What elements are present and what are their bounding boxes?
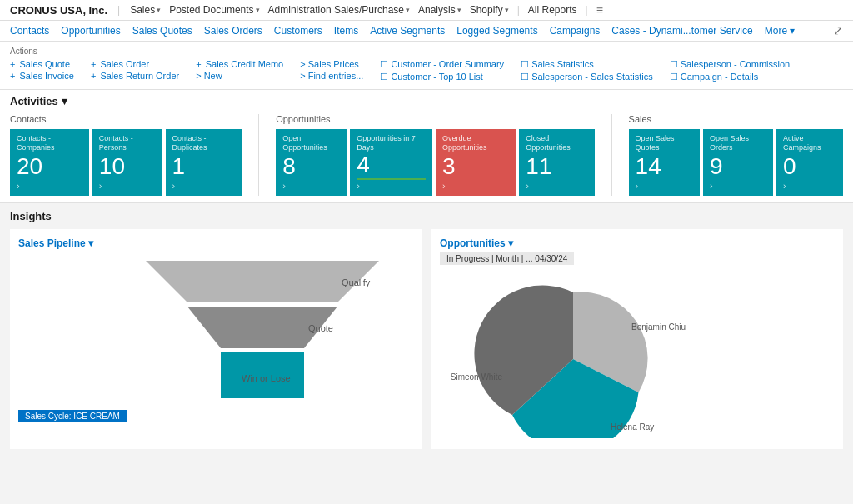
- tile-label: Contacts - Duplicates: [172, 134, 236, 152]
- action-sales-invoice[interactable]: + Sales Invoice: [10, 71, 74, 81]
- hamburger-menu[interactable]: ≡: [596, 3, 603, 17]
- nav-analysis[interactable]: Analysis ▾: [418, 4, 461, 16]
- nav-sales[interactable]: Sales ▾: [130, 4, 161, 16]
- activities-header[interactable]: Activities ▾: [10, 95, 843, 107]
- chevron-down-icon: ▾: [505, 6, 509, 14]
- action-sales-prices[interactable]: > Sales Prices: [300, 59, 363, 69]
- funnel-label-qualify: Qualify: [342, 277, 371, 287]
- nav-opportunities[interactable]: Opportunities: [61, 25, 120, 37]
- tile-value: 10: [99, 155, 156, 178]
- sales-pipeline-title[interactable]: Sales Pipeline ▾: [18, 237, 413, 249]
- contacts-group: Contacts Contacts - Companies 20 › Conta…: [10, 114, 242, 196]
- chevron-down-icon: ▾: [457, 6, 461, 14]
- tile-label: Opportunities in 7 Days: [357, 134, 426, 152]
- chevron-down-icon: ▾: [406, 6, 410, 14]
- sales-group-label: Sales: [629, 114, 843, 124]
- actions-col-1: + Sales Quote + Sales Invoice: [10, 59, 74, 82]
- tile-arrow: ›: [442, 181, 509, 191]
- nav-sales-quotes[interactable]: Sales Quotes: [132, 25, 192, 37]
- tile-label: Closed Opportunities: [526, 134, 587, 152]
- tile-open-sales-orders[interactable]: Open Sales Orders 9 ›: [703, 129, 773, 196]
- chevron-down-icon: ▾: [508, 237, 513, 249]
- actions-col-2: + Sales Order + Sales Return Order: [91, 59, 179, 82]
- tile-contacts-persons[interactable]: Contacts - Persons 10 ›: [92, 129, 162, 196]
- nav-shopify[interactable]: Shopify ▾: [470, 4, 509, 16]
- nav-contacts[interactable]: Contacts: [10, 25, 49, 37]
- nav-campaigns[interactable]: Campaigns: [550, 25, 601, 37]
- tile-value: 4: [357, 153, 426, 180]
- opportunities-group-label: Opportunities: [276, 114, 595, 124]
- actions-col-3: + Sales Credit Memo > New: [196, 59, 283, 82]
- pie-chart: Benjamin Chiu Simeon White Helena Ray: [440, 272, 706, 438]
- action-sales-quote[interactable]: + Sales Quote: [10, 59, 74, 69]
- chevron-down-icon: ▾: [157, 6, 161, 14]
- opportunities-tiles: Open Opportunities 8 › Opportunities in …: [276, 129, 595, 196]
- activities-section: Activities ▾ Contacts Contacts - Compani…: [0, 90, 853, 203]
- action-sales-statistics[interactable]: ☐ Sales Statistics: [521, 59, 653, 70]
- tile-active-campaigns[interactable]: Active Campaigns 0 ›: [776, 129, 843, 196]
- tile-contacts-companies[interactable]: Contacts - Companies 20 ›: [10, 129, 89, 196]
- pie-label-simeon: Simeon White: [451, 372, 503, 382]
- tile-label: Active Campaigns: [783, 134, 836, 152]
- tile-arrow: ›: [172, 181, 236, 191]
- actions-col-7: ☐ Salesperson - Commission ☐ Campaign - …: [670, 59, 791, 82]
- nav-cases[interactable]: Cases - Dynami...tomer Service: [611, 25, 752, 37]
- sales-pipeline-filter[interactable]: Sales Cycle: ICE CREAM: [18, 410, 127, 422]
- nav-customers[interactable]: Customers: [274, 25, 322, 37]
- sales-tiles: Open Sales Quotes 14 › Open Sales Orders…: [629, 129, 843, 196]
- pie-label-helena: Helena Ray: [611, 422, 654, 432]
- action-salesperson-commission[interactable]: ☐ Salesperson - Commission: [670, 59, 791, 70]
- tile-arrow: ›: [17, 181, 82, 191]
- tile-contacts-duplicates[interactable]: Contacts - Duplicates 1 ›: [166, 129, 242, 196]
- expand-icon[interactable]: ⤢: [833, 24, 843, 37]
- insights-label: Insights: [10, 210, 843, 222]
- tile-value: 14: [636, 155, 693, 178]
- nav-more[interactable]: More ▾: [765, 25, 796, 37]
- action-salesperson-sales-statistics[interactable]: ☐ Salesperson - Sales Statistics: [521, 72, 653, 82]
- activities-title: Activities: [10, 95, 58, 107]
- top-nav-items: Sales ▾ Posted Documents ▾ Administratio…: [130, 3, 603, 17]
- tile-arrow: ›: [99, 181, 156, 191]
- company-name[interactable]: CRONUS USA, Inc.: [10, 4, 107, 17]
- insights-section: Insights Sales Pipeline ▾ Sales Cycle: I…: [0, 203, 853, 456]
- funnel-label-winorlose: Win or Lose: [242, 373, 291, 383]
- group-separator: [258, 114, 259, 196]
- nav-items[interactable]: Items: [334, 25, 358, 37]
- chevron-down-icon: ▾: [88, 237, 93, 249]
- funnel-label-quote: Quote: [308, 323, 333, 333]
- tile-label: Open Opportunities: [282, 134, 340, 152]
- action-find-entries[interactable]: > Find entries...: [300, 71, 363, 81]
- insights-grid: Sales Pipeline ▾ Sales Cycle: ICE CREAM …: [10, 229, 843, 449]
- nav-all-reports[interactable]: All Reports: [528, 4, 577, 16]
- tile-open-opportunities[interactable]: Open Opportunities 8 ›: [276, 129, 347, 196]
- actions-col-6: ☐ Sales Statistics ☐ Salesperson - Sales…: [521, 59, 653, 82]
- opportunities-title[interactable]: Opportunities ▾: [440, 237, 835, 249]
- nav-active-segments[interactable]: Active Segments: [370, 25, 445, 37]
- action-new[interactable]: > New: [196, 71, 283, 81]
- opportunities-filter[interactable]: In Progress | Month | ... 04/30/24: [440, 252, 574, 265]
- tile-closed-opportunities[interactable]: Closed Opportunities 11 ›: [519, 129, 594, 196]
- tile-label: Contacts - Persons: [99, 134, 156, 152]
- tile-open-sales-quotes[interactable]: Open Sales Quotes 14 ›: [629, 129, 700, 196]
- action-sales-credit-memo[interactable]: + Sales Credit Memo: [196, 59, 283, 69]
- nav-logged-segments[interactable]: Logged Segments: [456, 25, 537, 37]
- nav-sales-orders[interactable]: Sales Orders: [204, 25, 262, 37]
- tile-overdue-opportunities[interactable]: Overdue Opportunities 3 ›: [436, 129, 516, 196]
- sales-group: Sales Open Sales Quotes 14 › Open Sales …: [629, 114, 843, 196]
- tile-arrow: ›: [282, 181, 340, 191]
- pie-label-benjamin: Benjamin Chiu: [631, 322, 686, 332]
- tile-opportunities-7days[interactable]: Opportunities in 7 Days 4 ›: [350, 129, 432, 196]
- tile-value: 11: [526, 155, 587, 178]
- action-customer-order-summary[interactable]: ☐ Customer - Order Summary: [380, 59, 504, 70]
- tile-label: Contacts - Companies: [17, 134, 82, 152]
- tile-arrow: ›: [783, 181, 836, 191]
- tile-label: Open Sales Orders: [710, 134, 766, 152]
- action-customer-top10[interactable]: ☐ Customer - Top 10 List: [380, 72, 504, 82]
- action-campaign-details[interactable]: ☐ Campaign - Details: [670, 72, 791, 82]
- action-sales-return-order[interactable]: + Sales Return Order: [91, 71, 179, 81]
- nav-posted-documents[interactable]: Posted Documents ▾: [169, 4, 259, 16]
- tile-arrow: ›: [526, 181, 587, 191]
- action-sales-order[interactable]: + Sales Order: [91, 59, 179, 69]
- nav-administration[interactable]: Administration Sales/Purchase ▾: [268, 4, 410, 16]
- tile-arrow: ›: [357, 181, 426, 191]
